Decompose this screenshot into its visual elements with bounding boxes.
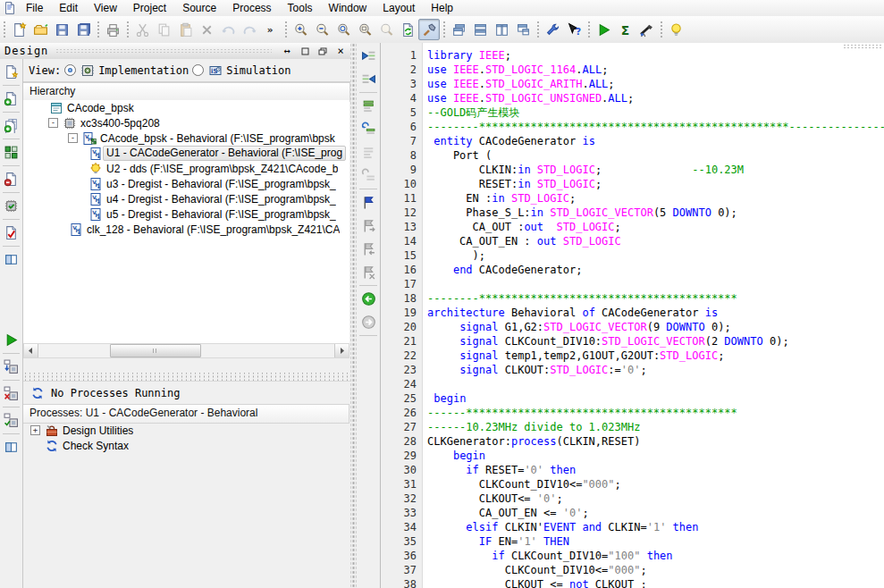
nav-forward-button[interactable]	[358, 312, 379, 332]
tree-row[interactable]: -xc3s400-5pq208	[23, 115, 349, 130]
device-check-button[interactable]	[1, 196, 21, 216]
overflow-button[interactable]: »	[260, 19, 282, 40]
zoom-in-button[interactable]	[290, 19, 311, 40]
design-panel-titlebar[interactable]: Design ↔ ×	[0, 43, 350, 60]
tree-row[interactable]: VHu4 - Dregist - Behavioral (F:\ISE_prog…	[23, 191, 349, 206]
save-all-button[interactable]	[72, 19, 94, 40]
cascade-windows-button[interactable]	[448, 19, 469, 40]
tile-horizontal-button[interactable]	[469, 19, 491, 40]
maximize-icon[interactable]	[297, 44, 313, 58]
outdent-button[interactable]	[358, 46, 379, 66]
add-source-button[interactable]	[1, 88, 21, 109]
panel-splitter-horizontal[interactable]	[23, 373, 349, 381]
process-row[interactable]: Check Syntax	[23, 438, 349, 453]
process-row[interactable]: +Design Utilities	[23, 423, 349, 438]
editor-drag-handle[interactable]	[843, 44, 882, 48]
tip-of-day-button[interactable]	[665, 19, 686, 40]
next-bookmark-button[interactable]	[358, 215, 379, 236]
clear-bookmarks-button[interactable]	[358, 262, 379, 282]
code-editor[interactable]: 1library IEEE;2use IEEE.STD_LOGIC_1164.A…	[381, 43, 884, 588]
whats-this-button[interactable]: ?	[563, 19, 585, 40]
menu-item-tools[interactable]: Tools	[280, 0, 321, 16]
rerun-all-button[interactable]	[1, 410, 21, 431]
view-option-label[interactable]: Implementation	[98, 64, 189, 77]
scrollbar-track[interactable]	[38, 344, 334, 357]
stop-process-button[interactable]	[1, 383, 21, 404]
scroll-right-arrow[interactable]	[334, 344, 349, 357]
run-button[interactable]	[593, 19, 614, 40]
tree-row[interactable]: VHu5 - Dregist - Behavioral (F:\ISE_prog…	[23, 206, 349, 222]
save-button[interactable]	[51, 19, 72, 40]
new-file-button[interactable]	[8, 19, 29, 40]
close-icon[interactable]: ×	[333, 44, 349, 58]
toggle-bookmark-button[interactable]	[358, 192, 379, 213]
arrange-windows-button[interactable]	[512, 19, 534, 40]
copy-button[interactable]	[153, 19, 174, 40]
tree-row[interactable]: CAcode_bpsk	[23, 100, 349, 115]
cut-button[interactable]	[131, 19, 153, 40]
paste-button[interactable]	[174, 19, 196, 40]
window-system-icon[interactable]	[2, 1, 18, 15]
settings-wrench-button[interactable]	[542, 19, 563, 40]
find-button[interactable]	[375, 19, 397, 40]
delete-button[interactable]	[196, 19, 217, 40]
zoom-selection-button[interactable]	[354, 19, 375, 40]
menu-item-layout[interactable]: Layout	[375, 0, 423, 16]
expand-icon[interactable]: +	[30, 425, 40, 435]
open-file-button[interactable]	[29, 19, 51, 40]
tree-row[interactable]: VHclk_128 - Behavioral (F:\ISE_program\b…	[23, 222, 349, 237]
summation-button[interactable]: Σ	[614, 19, 636, 40]
analyze-button[interactable]	[636, 19, 657, 40]
menu-item-file[interactable]: File	[18, 0, 51, 16]
toolbar-separator	[359, 285, 377, 286]
scroll-left-arrow[interactable]	[24, 344, 38, 357]
uncomment-lines-button[interactable]	[358, 119, 379, 139]
show-columns-button[interactable]	[1, 249, 21, 270]
menu-item-project[interactable]: Project	[125, 0, 174, 16]
collapse-icon[interactable]: -	[48, 118, 58, 128]
indent-button[interactable]	[358, 69, 379, 89]
tree-row[interactable]: -VHCAcode_bpsk - Behavioral (F:\ISE_prog…	[23, 130, 349, 146]
add-copy-of-source-button[interactable]	[1, 115, 21, 136]
menu-item-window[interactable]: Window	[321, 0, 375, 16]
view-option-label[interactable]: Simulation	[226, 64, 290, 77]
prev-bookmark-button[interactable]	[358, 239, 379, 259]
menu-item-source[interactable]: Source	[174, 0, 224, 16]
scrollbar-thumb[interactable]	[110, 344, 201, 357]
panel-splitter-vertical[interactable]	[350, 43, 357, 588]
menu-item-view[interactable]: View	[86, 0, 125, 16]
collapse-icon[interactable]: -	[68, 133, 78, 143]
titlebar-drag-handle[interactable]	[55, 48, 272, 54]
compile-order-button[interactable]	[1, 142, 21, 163]
design-rule-check-button[interactable]	[1, 223, 21, 243]
undock-icon[interactable]: ↔	[279, 44, 295, 58]
restore-icon[interactable]	[315, 44, 331, 58]
show-columns-button[interactable]	[1, 437, 21, 458]
refresh-view-button[interactable]	[397, 19, 418, 40]
tree-row[interactable]: VHU1 - CACodeGenerator - Behavioral (F:\…	[23, 146, 349, 161]
zoom-out-button[interactable]	[311, 19, 333, 40]
hierarchy-hscrollbar[interactable]	[23, 343, 349, 358]
tile-vertical-button[interactable]	[491, 19, 512, 40]
menu-item-help[interactable]: Help	[423, 0, 461, 16]
design-toggle-button[interactable]	[418, 19, 440, 40]
zoom-full-button[interactable]	[333, 19, 354, 40]
print-button[interactable]	[102, 19, 123, 40]
run-process-button[interactable]	[1, 330, 21, 350]
redo-button[interactable]	[239, 19, 260, 40]
menu-item-edit[interactable]: Edit	[51, 0, 86, 16]
comment-lines-button[interactable]	[358, 96, 379, 116]
view-radio-implementation[interactable]	[64, 64, 76, 76]
tree-row[interactable]: U2 - dds (F:\ISE_program\bpsk_Z421\CAcod…	[23, 161, 349, 176]
tree-row[interactable]: VHu3 - Dregist - Behavioral (F:\ISE_prog…	[23, 176, 349, 191]
comment-disabled-button[interactable]	[358, 142, 379, 163]
menu-item-process[interactable]: Process	[224, 0, 279, 16]
new-source-button[interactable]	[1, 62, 21, 82]
uncomment-disabled-button[interactable]	[358, 165, 379, 186]
hierarchy-tree[interactable]: CAcode_bpsk-xc3s400-5pq208-VHCAcode_bpsk…	[23, 100, 349, 344]
undo-button[interactable]	[217, 19, 239, 40]
remove-source-button[interactable]	[1, 169, 21, 189]
rerun-process-button[interactable]	[1, 357, 21, 377]
view-radio-simulation[interactable]	[192, 64, 204, 76]
nav-back-button[interactable]	[358, 289, 379, 309]
